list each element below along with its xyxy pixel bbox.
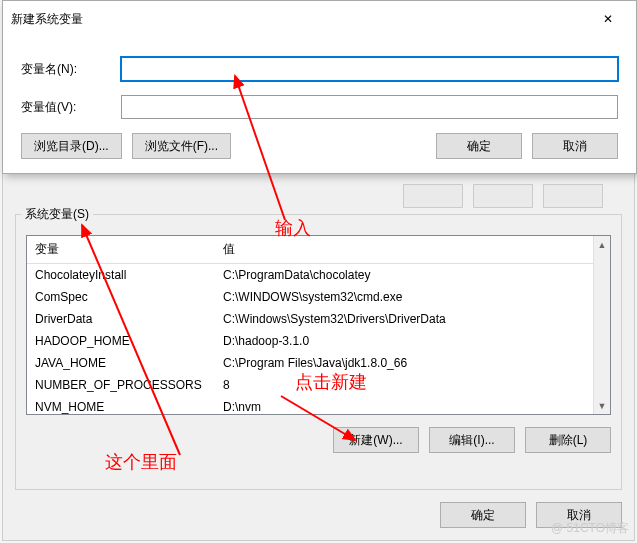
- cell-variable: ChocolateyInstall: [27, 266, 215, 284]
- table-row[interactable]: JAVA_HOMEC:\Program Files\Java\jdk1.8.0_…: [27, 352, 593, 374]
- system-vars-group: 变量 值 ChocolateyInstallC:\ProgramData\cho…: [15, 214, 622, 490]
- var-name-input[interactable]: [121, 57, 618, 81]
- close-button[interactable]: ✕: [588, 7, 628, 31]
- var-name-label: 变量名(N):: [21, 61, 121, 78]
- new-button[interactable]: 新建(W)...: [333, 427, 419, 453]
- cell-variable: NUMBER_OF_PROCESSORS: [27, 376, 215, 394]
- ok-button[interactable]: 确定: [436, 133, 522, 159]
- cell-variable: DriverData: [27, 310, 215, 328]
- close-icon: ✕: [603, 12, 613, 26]
- table-row[interactable]: HADOOP_HOMED:\hadoop-3.1.0: [27, 330, 593, 352]
- col-value[interactable]: 值: [215, 236, 593, 263]
- dialog-title: 新建系统变量: [11, 11, 83, 28]
- cancel-button[interactable]: 取消: [532, 133, 618, 159]
- table-row[interactable]: ChocolateyInstallC:\ProgramData\chocolat…: [27, 264, 593, 286]
- table-row[interactable]: ComSpecC:\WINDOWS\system32\cmd.exe: [27, 286, 593, 308]
- browse-dir-button[interactable]: 浏览目录(D)...: [21, 133, 122, 159]
- outer-ok-button[interactable]: 确定: [440, 502, 526, 528]
- system-vars-table[interactable]: 变量 值 ChocolateyInstallC:\ProgramData\cho…: [26, 235, 611, 415]
- browse-file-button[interactable]: 浏览文件(F)...: [132, 133, 231, 159]
- var-value-input[interactable]: [121, 95, 618, 119]
- cell-value: C:\Windows\System32\Drivers\DriverData: [215, 310, 593, 328]
- table-header: 变量 值: [27, 236, 593, 264]
- cell-value: 8: [215, 376, 593, 394]
- watermark: @ 51CTO博客: [551, 520, 629, 537]
- system-vars-group-label: 系统变量(S): [21, 206, 93, 223]
- var-value-label: 变量值(V):: [21, 99, 121, 116]
- table-row[interactable]: DriverDataC:\Windows\System32\Drivers\Dr…: [27, 308, 593, 330]
- env-vars-dialog: 系统变量(S) 变量 值 ChocolateyInstallC:\Program…: [2, 165, 635, 541]
- cell-variable: JAVA_HOME: [27, 354, 215, 372]
- delete-button[interactable]: 删除(L): [525, 427, 611, 453]
- cell-value: C:\WINDOWS\system32\cmd.exe: [215, 288, 593, 306]
- scroll-down-icon[interactable]: ▼: [594, 397, 610, 414]
- title-bar: 新建系统变量 ✕: [3, 1, 636, 37]
- col-variable[interactable]: 变量: [27, 236, 215, 263]
- cell-value: D:\nvm: [215, 398, 593, 414]
- table-row[interactable]: NUMBER_OF_PROCESSORS8: [27, 374, 593, 396]
- cell-variable: NVM_HOME: [27, 398, 215, 414]
- edit-button[interactable]: 编辑(I)...: [429, 427, 515, 453]
- cell-variable: HADOOP_HOME: [27, 332, 215, 350]
- ghost-button: [473, 184, 533, 208]
- cell-value: C:\ProgramData\chocolatey: [215, 266, 593, 284]
- table-row[interactable]: NVM_HOMED:\nvm: [27, 396, 593, 414]
- cell-variable: ComSpec: [27, 288, 215, 306]
- scrollbar[interactable]: ▲ ▼: [593, 236, 610, 414]
- scroll-up-icon[interactable]: ▲: [594, 236, 610, 253]
- new-variable-dialog: 新建系统变量 ✕ 变量名(N): 变量值(V): 浏览目录(D)... 浏览文件…: [2, 0, 637, 174]
- cell-value: D:\hadoop-3.1.0: [215, 332, 593, 350]
- cell-value: C:\Program Files\Java\jdk1.8.0_66: [215, 354, 593, 372]
- ghost-button: [403, 184, 463, 208]
- ghost-button: [543, 184, 603, 208]
